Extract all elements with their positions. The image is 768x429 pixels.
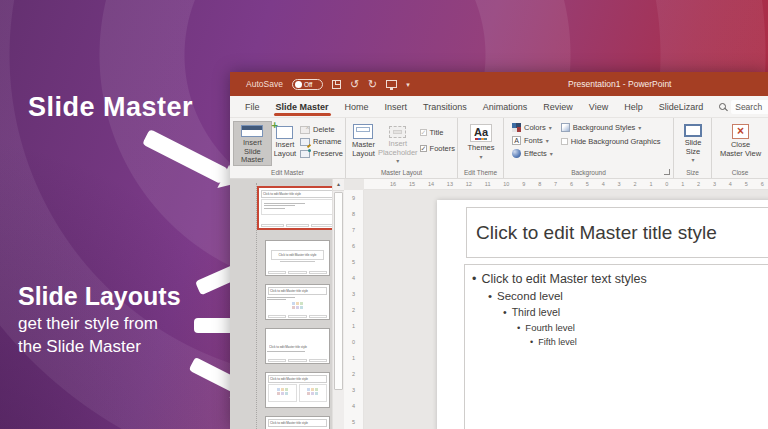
background-styles-button[interactable]: Background Styles bbox=[561, 123, 661, 132]
footer-box bbox=[309, 359, 327, 362]
tab-review[interactable]: Review bbox=[535, 96, 581, 117]
group-label-size: Size bbox=[674, 169, 711, 176]
insert-layout-button[interactable]: Insert Layout bbox=[272, 121, 298, 166]
slide-size-icon bbox=[684, 124, 702, 137]
group-edit-master: Insert Slide Master Insert Layout Delete bbox=[230, 118, 346, 178]
redo-icon[interactable] bbox=[368, 78, 377, 91]
rename-button[interactable]: Rename bbox=[300, 137, 343, 146]
ruler-number: 3 bbox=[618, 181, 621, 187]
content-icon bbox=[315, 392, 318, 395]
content-icon bbox=[292, 302, 295, 305]
hide-background-graphics-checkbox bbox=[561, 138, 568, 145]
master-layout-label: Master Layout bbox=[349, 141, 378, 158]
footer-box bbox=[268, 271, 286, 274]
footers-checkbox-row[interactable]: Footers bbox=[420, 144, 455, 153]
ruler-number: 6 bbox=[344, 243, 363, 249]
ruler-number: 10 bbox=[503, 181, 509, 187]
delete-button[interactable]: Delete bbox=[300, 125, 343, 134]
insert-placeholder-button[interactable]: Insert Placeholder bbox=[378, 121, 418, 166]
ruler-number: 2 bbox=[697, 181, 700, 187]
scrollbar-up-arrow-icon[interactable] bbox=[333, 179, 344, 191]
preserve-button[interactable]: Preserve bbox=[300, 149, 343, 158]
themes-button[interactable]: Aa Themes bbox=[461, 121, 501, 166]
start-slideshow-icon[interactable] bbox=[386, 80, 397, 88]
fonts-button[interactable]: Fonts bbox=[512, 136, 553, 145]
title-checkbox-row[interactable]: Title bbox=[420, 128, 455, 137]
dropdown-arrow-icon bbox=[479, 153, 482, 162]
close-master-view-button[interactable]: Close Master View bbox=[719, 121, 763, 166]
horizontal-ruler: 161514131211109876543210123456 bbox=[364, 179, 768, 190]
tab-animations[interactable]: Animations bbox=[475, 96, 536, 117]
group-edit-theme: Aa Themes Edit Theme bbox=[458, 118, 504, 178]
placeholder-line bbox=[280, 261, 315, 262]
tab-slidelizard[interactable]: SlideLizard bbox=[651, 96, 712, 117]
thumbnail-title-text: Click to edit Master title style bbox=[269, 345, 326, 349]
ruler-number: 14 bbox=[428, 181, 434, 187]
insert-layout-icon bbox=[276, 126, 293, 139]
workspace: Click to edit Master title style Click t… bbox=[230, 179, 768, 429]
footer-box bbox=[261, 224, 284, 227]
themes-aa-glyph: Aa bbox=[474, 126, 488, 138]
footer-box bbox=[288, 271, 306, 274]
section-header-layout-thumbnail[interactable]: Click to edit Master title style bbox=[265, 328, 330, 364]
slide-master-canvas[interactable]: Click to edit Master title style Click t… bbox=[437, 200, 768, 429]
ruler-number: 4 bbox=[602, 181, 605, 187]
tab-help[interactable]: Help bbox=[616, 96, 651, 117]
tab-file[interactable]: File bbox=[237, 96, 268, 117]
ruler-number: 4 bbox=[729, 181, 732, 187]
colors-icon bbox=[512, 123, 521, 132]
layout-thumbnail-partial[interactable]: Click to edit Master title style bbox=[265, 416, 330, 429]
background-dialog-launcher-icon[interactable] bbox=[664, 169, 670, 175]
tab-transitions[interactable]: Transitions bbox=[415, 96, 475, 117]
content-icon bbox=[281, 388, 284, 391]
master-title-placeholder[interactable]: Click to edit Master title style bbox=[466, 207, 768, 258]
search-icon[interactable] bbox=[719, 103, 726, 110]
quick-access-toolbar-menu-icon[interactable] bbox=[406, 79, 410, 89]
autosave-toggle[interactable]: Off bbox=[292, 79, 323, 90]
content-icon bbox=[281, 392, 284, 395]
footer-box bbox=[288, 359, 306, 362]
thumbnail-scrollbar[interactable] bbox=[332, 179, 344, 429]
content-box bbox=[268, 384, 297, 402]
group-label-master-layout: Master Layout bbox=[346, 169, 457, 176]
save-icon[interactable] bbox=[332, 80, 341, 89]
toggle-knob-icon bbox=[295, 81, 302, 88]
ruler-number: 9 bbox=[344, 195, 363, 201]
effects-button[interactable]: Effects bbox=[512, 149, 553, 158]
thumbnail-footer-row bbox=[268, 359, 327, 362]
content-box bbox=[299, 384, 328, 402]
footers-checkbox bbox=[420, 145, 427, 152]
slide-master-thumbnail[interactable]: Click to edit Master title style bbox=[257, 186, 332, 230]
ruler-number: 5 bbox=[586, 181, 589, 187]
effects-label: Effects bbox=[524, 149, 547, 158]
tab-view[interactable]: View bbox=[581, 96, 616, 117]
ruler-number: 12 bbox=[466, 181, 472, 187]
insert-placeholder-icon bbox=[389, 126, 406, 138]
preserve-label: Preserve bbox=[313, 149, 343, 158]
colors-button[interactable]: Colors bbox=[512, 123, 553, 132]
slide-master-annotation: Slide Master bbox=[28, 92, 193, 123]
tab-home[interactable]: Home bbox=[337, 96, 377, 117]
search-input[interactable]: Search bbox=[731, 100, 768, 114]
tab-insert[interactable]: Insert bbox=[377, 96, 416, 117]
placeholder-line bbox=[267, 299, 286, 300]
scrollbar-thumb[interactable] bbox=[334, 192, 343, 390]
undo-icon[interactable] bbox=[350, 78, 359, 91]
ruler-number: 8 bbox=[344, 211, 363, 217]
dropdown-arrow-icon bbox=[550, 149, 553, 158]
insert-slide-master-button[interactable]: Insert Slide Master bbox=[233, 121, 272, 166]
content-icon bbox=[307, 392, 310, 395]
title-content-layout-thumbnail[interactable]: Click to edit Master title style bbox=[265, 284, 330, 320]
tab-slide-master[interactable]: Slide Master bbox=[268, 96, 337, 117]
group-master-layout: Master Layout Insert Placeholder Title bbox=[346, 118, 458, 178]
title-slide-layout-thumbnail[interactable]: Click to edit Master title style bbox=[265, 240, 330, 276]
master-layout-button[interactable]: Master Layout bbox=[349, 121, 378, 166]
slide-size-button[interactable]: Slide Size bbox=[677, 121, 709, 166]
two-content-layout-thumbnail[interactable]: Click to edit Master title style bbox=[265, 372, 330, 408]
dropdown-arrow-icon bbox=[549, 123, 552, 132]
hide-background-graphics-label: Hide Background Graphics bbox=[571, 137, 661, 146]
hide-background-graphics-row[interactable]: Hide Background Graphics bbox=[561, 137, 661, 146]
themes-color-bar bbox=[475, 138, 487, 140]
master-body-placeholder[interactable]: Click to edit Master text styles Second … bbox=[464, 264, 768, 429]
thumbnail-title-text: Click to edit Master title style bbox=[268, 419, 327, 427]
